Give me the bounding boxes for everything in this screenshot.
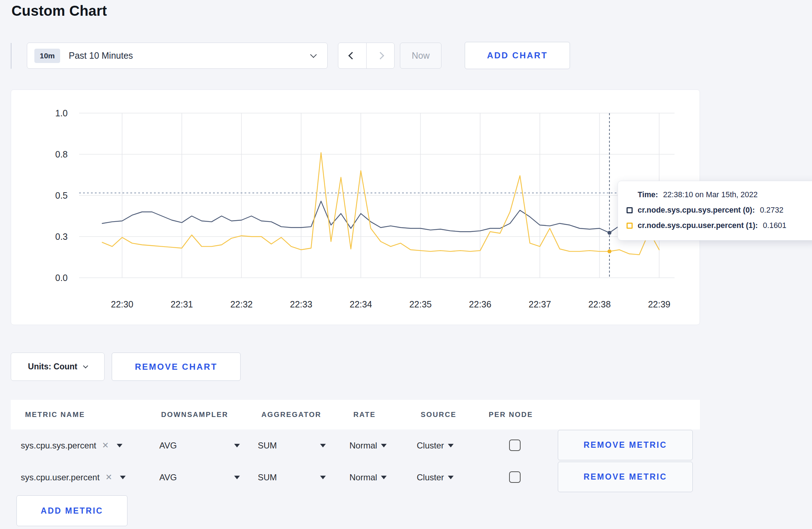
svg-text:22:33: 22:33 bbox=[290, 299, 313, 309]
svg-text:22:34: 22:34 bbox=[349, 299, 372, 309]
aggregator-value: SUM bbox=[258, 441, 277, 451]
svg-text:22:37: 22:37 bbox=[529, 299, 551, 309]
tooltip-series-name: cr.node.sys.cpu.sys.percent (0): bbox=[638, 206, 755, 215]
metric-row: sys.cpu.sys.percent ✕ AVG SUM Normal Clu… bbox=[11, 429, 700, 461]
downsampler-value: AVG bbox=[159, 472, 177, 482]
next-timeframe-button[interactable] bbox=[366, 43, 395, 68]
source-select[interactable]: Cluster bbox=[417, 429, 454, 461]
page-title: Custom Chart bbox=[11, 3, 107, 19]
metric-name-label: sys.cpu.user.percent bbox=[21, 472, 100, 482]
caret-down-icon bbox=[381, 476, 387, 479]
tooltip-time-value: 22:38:10 on Mar 15th, 2022 bbox=[663, 190, 758, 199]
column-header-aggregator: AGGREGATOR bbox=[261, 400, 322, 429]
tooltip-time-row: Time: 22:38:10 on Mar 15th, 2022 bbox=[627, 190, 808, 199]
downsampler-select[interactable]: AVG bbox=[159, 429, 240, 461]
svg-text:22:32: 22:32 bbox=[230, 299, 253, 309]
chevron-right-icon bbox=[377, 52, 384, 59]
now-button[interactable]: Now bbox=[400, 43, 441, 69]
svg-text:1.0: 1.0 bbox=[55, 108, 68, 118]
tooltip-time-label: Time: bbox=[638, 190, 658, 199]
column-header-per-node: PER NODE bbox=[489, 400, 533, 429]
svg-text:0.8: 0.8 bbox=[55, 149, 68, 159]
metric-name-select[interactable]: sys.cpu.user.percent ✕ bbox=[21, 461, 126, 493]
previous-timeframe-button[interactable] bbox=[338, 43, 366, 68]
column-header-downsampler: DOWNSAMPLER bbox=[161, 400, 228, 429]
source-value: Cluster bbox=[417, 441, 444, 451]
caret-down-icon bbox=[120, 476, 126, 479]
caret-down-icon bbox=[234, 476, 240, 479]
units-select[interactable]: Units: Count bbox=[11, 353, 105, 381]
svg-text:22:36: 22:36 bbox=[469, 299, 492, 309]
units-label: Units: Count bbox=[28, 362, 77, 372]
time-step-group bbox=[338, 43, 395, 69]
svg-text:0.5: 0.5 bbox=[55, 190, 68, 200]
time-window-label: Past 10 Minutes bbox=[69, 50, 133, 61]
tooltip-series-value: 0.1601 bbox=[763, 221, 787, 230]
chevron-left-icon bbox=[348, 52, 356, 59]
svg-text:0.3: 0.3 bbox=[55, 232, 68, 242]
aggregator-select[interactable]: SUM bbox=[258, 461, 326, 493]
chevron-down-icon bbox=[83, 363, 88, 368]
remove-metric-button[interactable]: REMOVE METRIC bbox=[558, 430, 693, 460]
caret-down-icon bbox=[320, 444, 326, 447]
sys-percent-swatch-icon bbox=[627, 207, 633, 213]
rate-select[interactable]: Normal bbox=[349, 461, 387, 493]
close-icon[interactable]: ✕ bbox=[105, 472, 112, 482]
caret-down-icon bbox=[448, 476, 454, 479]
svg-text:0.0: 0.0 bbox=[55, 273, 68, 283]
caret-down-icon bbox=[320, 476, 326, 479]
column-header-metric-name: METRIC NAME bbox=[25, 400, 85, 429]
rate-select[interactable]: Normal bbox=[349, 429, 387, 461]
column-header-rate: RATE bbox=[353, 400, 376, 429]
time-window-select[interactable]: 10m Past 10 Minutes bbox=[27, 43, 328, 69]
aggregator-select[interactable]: SUM bbox=[258, 429, 326, 461]
per-node-checkbox[interactable] bbox=[509, 471, 521, 483]
downsampler-select[interactable]: AVG bbox=[159, 461, 240, 493]
close-icon[interactable]: ✕ bbox=[102, 441, 109, 450]
svg-text:22:39: 22:39 bbox=[648, 299, 671, 309]
chart-card: 0.00.30.50.81.022:3022:3122:3222:3322:34… bbox=[11, 89, 700, 325]
aggregator-value: SUM bbox=[258, 472, 277, 482]
chevron-down-icon bbox=[310, 51, 316, 58]
metric-name-select[interactable]: sys.cpu.sys.percent ✕ bbox=[21, 429, 122, 461]
column-header-source: SOURCE bbox=[421, 400, 456, 429]
svg-text:22:30: 22:30 bbox=[111, 299, 134, 309]
caret-down-icon bbox=[381, 444, 387, 447]
custom-chart-page: Custom Chart 10m Past 10 Minutes Now ADD… bbox=[0, 0, 812, 529]
tooltip-series-row: cr.node.sys.cpu.user.percent (1): 0.1601 bbox=[627, 221, 808, 230]
user-percent-swatch-icon bbox=[627, 223, 633, 229]
metric-row: sys.cpu.user.percent ✕ AVG SUM Normal Cl… bbox=[11, 461, 700, 493]
metrics-table-header: METRIC NAME DOWNSAMPLER AGGREGATOR RATE … bbox=[11, 400, 700, 429]
rate-value: Normal bbox=[349, 441, 377, 451]
svg-text:22:31: 22:31 bbox=[170, 299, 193, 309]
tooltip-series-name: cr.node.sys.cpu.user.percent (1): bbox=[638, 221, 758, 230]
tooltip-series-row: cr.node.sys.cpu.sys.percent (0): 0.2732 bbox=[627, 206, 808, 215]
source-value: Cluster bbox=[417, 472, 444, 482]
source-select[interactable]: Cluster bbox=[417, 461, 454, 493]
remove-chart-button[interactable]: REMOVE CHART bbox=[112, 353, 241, 381]
time-window-badge: 10m bbox=[34, 49, 60, 63]
svg-text:22:35: 22:35 bbox=[409, 299, 432, 309]
downsampler-value: AVG bbox=[159, 441, 177, 451]
per-node-checkbox[interactable] bbox=[509, 440, 521, 451]
tooltip-series-value: 0.2732 bbox=[760, 206, 783, 215]
svg-text:22:38: 22:38 bbox=[588, 299, 611, 309]
caret-down-icon bbox=[448, 444, 454, 447]
metric-name-label: sys.cpu.sys.percent bbox=[21, 441, 96, 451]
caret-down-icon bbox=[117, 444, 122, 447]
add-metric-button[interactable]: ADD METRIC bbox=[16, 495, 127, 526]
metrics-table-rows: sys.cpu.sys.percent ✕ AVG SUM Normal Clu… bbox=[11, 429, 700, 493]
rate-value: Normal bbox=[349, 472, 377, 482]
toolbar-divider bbox=[11, 43, 11, 69]
add-chart-button[interactable]: ADD CHART bbox=[465, 42, 570, 69]
cpu-percent-chart[interactable]: 0.00.30.50.81.022:3022:3122:3222:3322:34… bbox=[11, 90, 700, 325]
remove-metric-button[interactable]: REMOVE METRIC bbox=[558, 462, 693, 492]
caret-down-icon bbox=[234, 444, 240, 447]
chart-hover-tooltip: Time: 22:38:10 on Mar 15th, 2022 cr.node… bbox=[618, 181, 812, 241]
